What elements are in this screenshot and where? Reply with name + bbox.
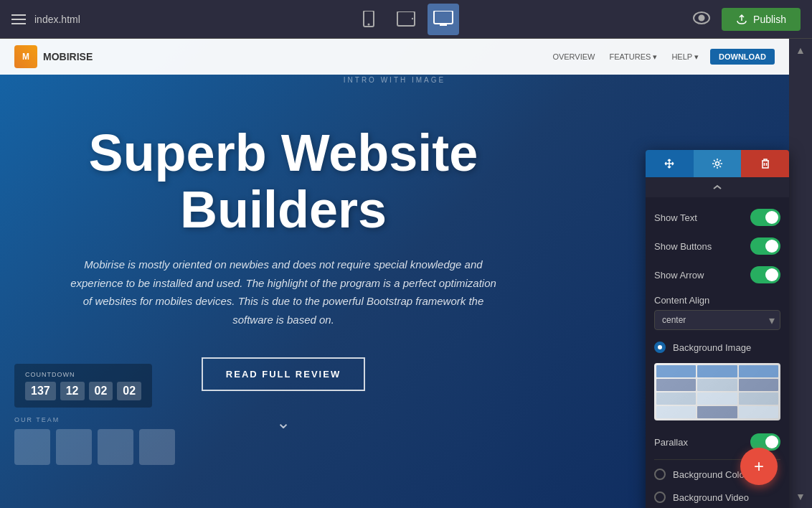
content-align-row: Content Align left center right: [654, 289, 780, 336]
background-image-label: Background Image: [673, 342, 751, 353]
svg-point-6: [699, 16, 704, 21]
countdown-area: COUNTDOWN 137 12 02 02: [14, 364, 152, 408]
background-image-radio[interactable]: [654, 342, 666, 353]
logo-text: MOBIRISE: [43, 51, 93, 62]
svg-point-7: [716, 162, 719, 166]
topbar-left: index.html: [11, 14, 80, 25]
settings-tool-btn[interactable]: [694, 150, 742, 177]
show-text-label: Show Text: [654, 212, 697, 223]
preview-btn[interactable]: [693, 11, 710, 27]
panel-toolbar: [646, 150, 789, 177]
countdown-min: 02: [89, 382, 113, 400]
show-arrow-label: Show Arrow: [654, 270, 704, 281]
panel-scroll-up[interactable]: [646, 177, 789, 197]
delete-tool-btn[interactable]: [741, 150, 789, 177]
countdown-sec: 02: [117, 382, 141, 400]
svg-rect-4: [434, 11, 453, 24]
countdown-label: COUNTDOWN: [25, 371, 141, 378]
menu-icon[interactable]: [11, 14, 26, 24]
scroll-up-btn[interactable]: ▲: [789, 39, 812, 62]
scroll-down-btn[interactable]: ▼: [789, 485, 812, 508]
show-buttons-toggle[interactable]: [750, 237, 780, 255]
hero-subtitle: Mobirise is mostly oriented on newbies a…: [68, 255, 499, 329]
filename: index.html: [34, 14, 80, 25]
thumbnail-container: [654, 359, 780, 428]
nav-links: OVERVIEW FEATURES ▾ HELP ▾: [552, 52, 699, 62]
show-arrow-row: Show Arrow: [654, 260, 780, 289]
content-align-wrapper: left center right: [654, 310, 780, 330]
topbar: index.html: [0, 0, 812, 39]
background-video-radio[interactable]: [654, 491, 666, 503]
scrollbar: ▲ ▼: [789, 39, 812, 508]
thumb-grid: [654, 363, 780, 420]
hero-arrow-icon: ⌄: [276, 413, 291, 433]
hero-cta-button[interactable]: READ FULL REVIEW: [202, 357, 365, 391]
background-video-row: Background Video: [654, 486, 780, 508]
device-switcher: [353, 4, 459, 35]
show-buttons-row: Show Buttons: [654, 232, 780, 260]
svg-point-1: [368, 23, 370, 25]
preview-nav: M MOBIRISE OVERVIEW FEATURES ▾ HELP ▾ DO…: [0, 39, 789, 75]
svg-point-3: [412, 17, 413, 19]
show-text-toggle[interactable]: [750, 209, 780, 226]
background-color-label: Background Color: [673, 469, 747, 480]
desktop-device-btn[interactable]: [428, 4, 459, 35]
background-video-label: Background Video: [673, 492, 749, 503]
show-text-row: Show Text: [654, 203, 780, 232]
main-area: M MOBIRISE OVERVIEW FEATURES ▾ HELP ▾ DO…: [0, 39, 812, 508]
publish-button[interactable]: Publish: [722, 8, 801, 31]
logo-icon: M: [14, 45, 37, 68]
parallax-label: Parallax: [654, 437, 688, 448]
hero-title: Superb Website Builders: [89, 125, 478, 238]
show-buttons-label: Show Buttons: [654, 241, 712, 252]
move-tool-btn[interactable]: [646, 150, 694, 177]
intro-label: INTRO WITH IMAGE: [344, 76, 445, 84]
background-image-row: Background Image: [654, 336, 780, 359]
show-arrow-toggle[interactable]: [750, 266, 780, 283]
countdown-days: 137: [25, 382, 56, 400]
content-align-select[interactable]: left center right: [654, 310, 780, 330]
preview-logo: M MOBIRISE: [14, 45, 93, 68]
content-align-label: Content Align: [654, 295, 780, 306]
tablet-device-btn[interactable]: [390, 4, 422, 35]
topbar-right: Publish: [693, 8, 801, 31]
add-block-button[interactable]: +: [740, 448, 778, 485]
countdown-numbers: 137 12 02 02: [25, 382, 141, 400]
mobile-device-btn[interactable]: [353, 4, 384, 35]
background-thumbnail[interactable]: [654, 363, 780, 420]
nav-cta: DOWNLOAD: [710, 49, 775, 65]
countdown-hours: 12: [60, 382, 85, 400]
background-color-radio[interactable]: [654, 469, 666, 480]
